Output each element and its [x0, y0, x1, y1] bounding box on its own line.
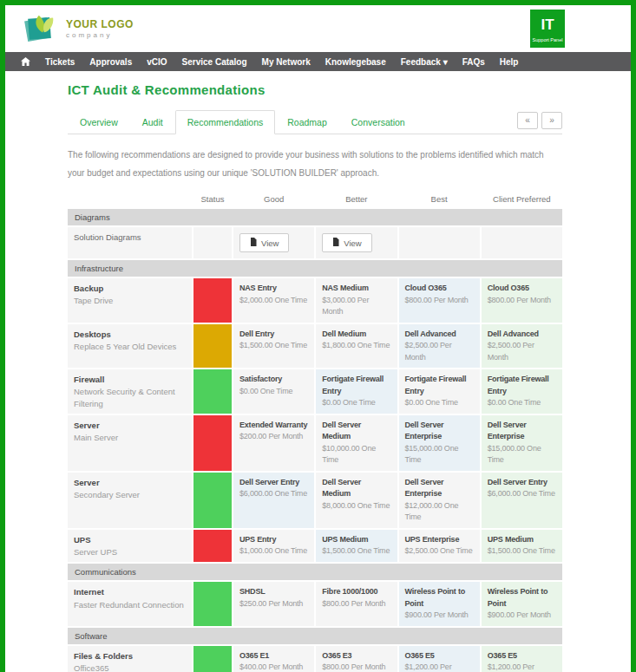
- option-cell[interactable]: Wireless Point to Point$900.00 Per Month: [399, 582, 480, 626]
- row-label-cell: ServerSecondary Server: [68, 473, 192, 528]
- pager-prev-button[interactable]: «: [517, 112, 538, 129]
- option-name: Dell Server Medium: [322, 477, 390, 500]
- option-cell[interactable]: O365 E3$800.00 Per Month: [316, 646, 397, 672]
- table-row: ServerSecondary ServerDell Server Entry$…: [68, 473, 562, 528]
- section-header-software: Software: [68, 628, 562, 644]
- table-body: DiagramsSolution DiagramsViewViewInfrast…: [68, 209, 562, 672]
- preferred-cell[interactable]: Dell Advanced$2,500.00 Per Month: [482, 324, 562, 369]
- status-indicator: [193, 646, 232, 672]
- navbar: TicketsApprovalsvCIOService CatalogMy Ne…: [5, 52, 631, 71]
- option-name: Cloud O365: [488, 283, 556, 295]
- option-price: $8,000.00 One Time: [322, 500, 390, 512]
- tab-roadmap[interactable]: Roadmap: [275, 110, 339, 134]
- nav-item-help[interactable]: Help: [500, 57, 519, 67]
- nav-item-faqs[interactable]: FAQs: [462, 57, 485, 67]
- option-cell[interactable]: Dell Entry$1,500.00 One Time: [233, 324, 314, 369]
- option-name: Dell Server Entry: [488, 477, 556, 489]
- intro-text: The following recommendations are design…: [68, 146, 562, 182]
- it-badge: IT Support Panel: [530, 10, 565, 48]
- option-cell[interactable]: Dell Server Enterprise$12,000.00 One Tim…: [399, 473, 480, 528]
- table-row: DesktopsReplace 5 Year Old DevicesDell E…: [68, 324, 562, 369]
- preferred-cell[interactable]: Dell Server Entry$6,000.00 One Time: [482, 473, 562, 528]
- option-price: $1,200.00 Per Month: [405, 662, 474, 672]
- option-cell[interactable]: Dell Server Enterprise$15,000.00 One Tim…: [399, 415, 480, 471]
- option-price: $1,500.00 One Time: [239, 340, 308, 352]
- option-price: $6,000.00 One Time: [488, 488, 556, 500]
- row-label-cell: UPSServer UPS: [68, 530, 192, 563]
- option-price: $800.00 Per Month: [322, 662, 390, 672]
- column-header-best: Best: [399, 194, 480, 204]
- tab-audit[interactable]: Audit: [130, 110, 175, 134]
- option-name: UPS Medium: [322, 534, 390, 546]
- option-cell[interactable]: Dell Medium$1,800.00 One Time: [316, 324, 397, 369]
- option-cell[interactable]: Fibre 1000/1000$800.00 Per Month: [316, 582, 397, 626]
- preferred-cell[interactable]: Dell Server Enterprise$15,000.00 One Tim…: [482, 415, 562, 471]
- table-row: InternetFaster Redundant ConnectionSHDSL…: [68, 582, 562, 626]
- row-title: Server: [74, 420, 186, 432]
- option-cell[interactable]: Cloud O365$800.00 Per Month: [399, 278, 480, 323]
- option-cell[interactable]: Dell Server Entry$6,000.00 One Time: [233, 473, 314, 528]
- option-cell[interactable]: NAS Entry$2,000.00 One Time: [233, 278, 314, 323]
- preferred-cell[interactable]: Fortigate Firewall Entry$0.00 One Time: [482, 369, 562, 414]
- view-button[interactable]: View: [322, 233, 371, 252]
- option-cell[interactable]: Dell Server Medium$8,000.00 One Time: [316, 473, 397, 528]
- option-name: UPS Enterprise: [405, 534, 474, 546]
- row-subtitle: Replace 5 Year Old Devices: [74, 341, 186, 352]
- it-badge-sublabel: Support Panel: [533, 37, 563, 42]
- option-cell: View: [233, 227, 314, 258]
- option-name: Dell Server Enterprise: [405, 420, 474, 443]
- option-price: $800.00 Per Month: [488, 295, 556, 307]
- option-cell[interactable]: SHDSL$250.00 Per Month: [233, 582, 314, 626]
- option-cell[interactable]: Fortigate Firewall Entry$0.00 One Time: [399, 369, 480, 414]
- row-subtitle: Network Security & Content Filtering: [74, 386, 186, 409]
- tab-recommendations[interactable]: Recommendations: [175, 110, 276, 134]
- row-title: Files & Folders: [74, 650, 186, 662]
- nav-item-approvals[interactable]: Approvals: [89, 57, 132, 67]
- option-name: Dell Advanced: [405, 329, 474, 341]
- option-price: $15,000.00 One Time: [405, 443, 474, 466]
- option-cell[interactable]: Satisfactory$0.00 One Time: [233, 369, 314, 414]
- status-indicator: [193, 582, 232, 626]
- status-indicator: [193, 324, 232, 369]
- nav-item-my-network[interactable]: My Network: [262, 57, 311, 67]
- option-cell[interactable]: Dell Server Medium$10,000.00 One Time: [316, 415, 397, 471]
- preferred-cell[interactable]: Cloud O365$800.00 Per Month: [482, 278, 562, 323]
- tab-overview[interactable]: Overview: [68, 110, 130, 134]
- nav-item-tickets[interactable]: Tickets: [45, 57, 75, 67]
- option-cell[interactable]: Extended Warranty$200.00 Per Month: [233, 415, 314, 471]
- option-price: $250.00 Per Month: [239, 598, 308, 610]
- option-cell[interactable]: UPS Enterprise$2,500.00 One Time: [399, 530, 480, 563]
- nav-item-vcio[interactable]: vCIO: [147, 57, 167, 67]
- row-subtitle: Main Server: [74, 432, 186, 443]
- nav-item-service-catalog[interactable]: Service Catalog: [182, 57, 247, 67]
- preferred-cell[interactable]: Wireless Point to Point$900.00 Per Month: [482, 582, 562, 626]
- preferred-cell[interactable]: UPS Medium$1,500.00 One Time: [482, 530, 562, 563]
- tab-conversation[interactable]: Conversation: [339, 110, 417, 134]
- document-icon: [332, 238, 339, 248]
- option-cell[interactable]: Fortigate Firewall Entry$0.00 One Time: [316, 369, 397, 414]
- nav-item-knowlegebase[interactable]: Knowlegebase: [325, 57, 386, 67]
- option-cell[interactable]: UPS Medium$1,500.00 One Time: [316, 530, 397, 563]
- column-header-good: Good: [233, 194, 314, 204]
- row-label-cell: InternetFaster Redundant Connection: [68, 582, 192, 626]
- option-name: Dell Server Entry: [239, 477, 308, 489]
- option-cell[interactable]: UPS Entry$1,000.00 One Time: [233, 530, 314, 563]
- option-cell[interactable]: O365 E5$1,200.00 Per Month: [399, 646, 480, 672]
- status-indicator: [193, 278, 232, 323]
- option-cell[interactable]: Dell Advanced$2,500.00 Per Month: [399, 324, 480, 369]
- option-name: Wireless Point to Point: [405, 586, 474, 610]
- preferred-cell[interactable]: O365 E5$1,200.00 Per Month: [482, 646, 562, 672]
- view-button[interactable]: View: [239, 233, 289, 252]
- option-name: Extended Warranty: [239, 420, 308, 432]
- status-indicator-empty: [193, 227, 232, 258]
- home-icon[interactable]: [21, 57, 30, 66]
- tabs-list: OverviewAuditRecommendationsRoadmapConve…: [68, 109, 417, 134]
- row-label-cell: Files & FoldersOffice365: [68, 646, 192, 672]
- option-name: Fortigate Firewall Entry: [405, 374, 474, 397]
- nav-item-feedback[interactable]: Feedback ▾: [401, 57, 448, 67]
- option-cell: View: [316, 227, 397, 258]
- pager-next-button[interactable]: »: [541, 112, 562, 129]
- option-name: O365 E5: [488, 650, 556, 662]
- option-cell[interactable]: NAS Medium$3,000.00 Per Month: [316, 278, 397, 323]
- option-cell[interactable]: O365 E1$400.00 Per Month: [233, 646, 314, 672]
